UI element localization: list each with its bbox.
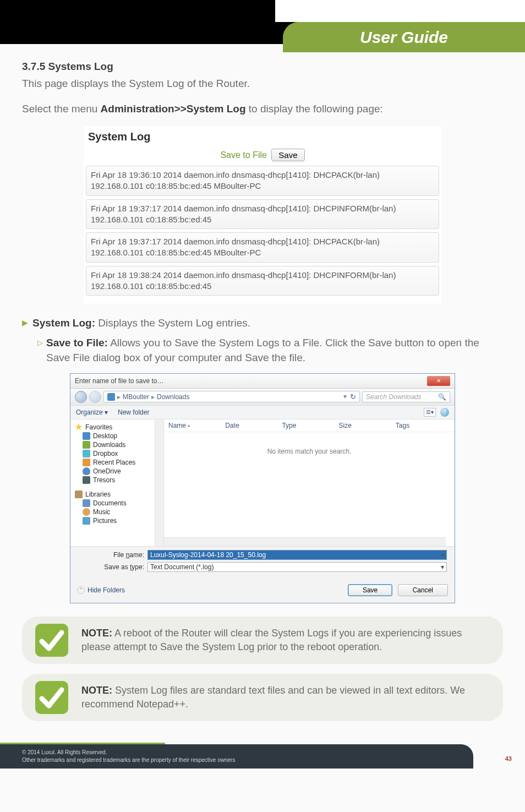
back-button[interactable] <box>75 391 87 403</box>
bullet-main-label: System Log: <box>32 317 95 329</box>
column-name[interactable]: Name▴ <box>168 422 223 429</box>
sidebar-label: Downloads <box>93 441 125 449</box>
sidebar-item-music[interactable]: Music <box>73 508 161 516</box>
forward-button[interactable] <box>89 391 101 403</box>
sidebar-item-recent[interactable]: Recent Places <box>73 458 161 467</box>
filename-row: File name: Luxul-Syslog-2014-04-18 20_15… <box>101 550 447 560</box>
header-white-strip <box>250 0 525 22</box>
dialog-fields: File name: Luxul-Syslog-2014-04-18 20_15… <box>70 546 455 580</box>
dialog-save-button[interactable]: Save <box>348 584 392 596</box>
filename-input[interactable]: Luxul-Syslog-2014-04-18 20_15_50.log▾ <box>147 550 447 560</box>
log-entry: Fri Apr 18 19:37:17 2014 daemon.info dns… <box>86 199 439 230</box>
libraries-icon <box>75 491 83 498</box>
sidebar-item-favorites[interactable]: Favorites <box>73 423 161 432</box>
search-input[interactable]: Search Downloads 🔍 <box>362 391 450 402</box>
column-label: Size <box>339 422 352 429</box>
dialog-sidebar: Favorites Desktop Downloads Dropbox Rece… <box>70 419 164 546</box>
dialog-title: Enter name of file to save to… <box>75 377 163 385</box>
dialog-bottom: ˄ Hide Folders Save Cancel <box>70 580 455 603</box>
select-pre: Select the menu <box>22 103 101 115</box>
view-options-icon[interactable]: ☰▾ <box>424 408 436 417</box>
dropdown-icon[interactable]: ▾ <box>441 563 444 571</box>
hide-folders-toggle[interactable]: ˄ Hide Folders <box>77 586 125 594</box>
page-header: User Guide <box>0 0 525 44</box>
star-icon <box>75 423 83 431</box>
sidebar-item-dropbox[interactable]: Dropbox <box>73 449 161 458</box>
breadcrumb[interactable]: ▸ MBoulter ▸ Downloads ▾ ↻ <box>103 391 360 402</box>
filetype-row: Save as type: Text Document (*.log)▾ <box>101 562 447 572</box>
sidebar-label: Recent Places <box>93 459 135 466</box>
close-icon[interactable] <box>427 376 450 386</box>
save-dialog: Enter name of file to save to… ▸ MBoulte… <box>70 373 455 603</box>
column-label: Date <box>225 422 239 429</box>
dialog-titlebar: Enter name of file to save to… <box>70 374 455 389</box>
onedrive-icon <box>83 467 90 475</box>
log-entry: Fri Apr 18 19:38:24 2014 daemon.info dns… <box>86 266 439 296</box>
refresh-icon[interactable]: ↻ <box>350 393 356 401</box>
hide-folders-label: Hide Folders <box>88 586 125 594</box>
sidebar-item-tresors[interactable]: Tresors <box>73 476 161 484</box>
sidebar-item-onedrive[interactable]: OneDrive <box>73 467 161 476</box>
empty-message: No items match your search. <box>164 448 455 455</box>
downloads-icon <box>83 441 90 449</box>
note-box: NOTE: A reboot of the Router will clear … <box>22 617 503 664</box>
note-text: NOTE: A reboot of the Router will clear … <box>81 626 486 654</box>
desktop-icon <box>83 432 90 440</box>
dialog-cancel-button[interactable]: Cancel <box>398 584 448 596</box>
search-icon: 🔍 <box>438 393 446 401</box>
tresors-icon <box>83 476 90 484</box>
sidebar-label: Dropbox <box>93 450 118 457</box>
bullet-main-desc: Displays the System Log entries. <box>95 317 250 329</box>
sidebar-label: OneDrive <box>93 467 121 475</box>
sidebar-item-pictures[interactable]: Pictures <box>73 516 161 525</box>
sidebar-label: Tresors <box>93 476 115 484</box>
column-tags[interactable]: Tags <box>396 422 450 429</box>
checkmark-icon <box>34 623 69 658</box>
sidebar-item-desktop[interactable]: Desktop <box>73 432 161 440</box>
bullet-main-text: System Log: Displays the System Log entr… <box>32 315 250 331</box>
system-log-panel: System Log Save to File Save Fri Apr 18 … <box>84 126 441 303</box>
sidebar-item-documents[interactable]: Documents <box>73 499 161 508</box>
header-black-curve <box>0 0 275 44</box>
main-scrollbar[interactable] <box>164 537 446 546</box>
filetype-label: Save as type: <box>101 563 144 571</box>
note-box: NOTE: System Log files are standard text… <box>22 674 503 721</box>
page-footer: © 2014 Luxul. All Rights Reserved. Other… <box>0 741 525 769</box>
history-dropdown-icon[interactable]: ▾ <box>343 393 347 401</box>
filetype-select[interactable]: Text Document (*.log)▾ <box>147 562 447 572</box>
column-headers: Name▴ Date Type Size Tags <box>164 419 455 432</box>
organize-menu[interactable]: Organize ▾ <box>76 408 108 416</box>
page-number: 43 <box>505 755 512 762</box>
footer-bar: © 2014 Luxul. All Rights Reserved. Other… <box>0 744 473 769</box>
system-log-save-row: Save to File Save <box>86 149 439 161</box>
sidebar-scrollbar[interactable] <box>155 419 163 546</box>
bullet-section: ▶ System Log: Displays the System Log en… <box>22 315 503 366</box>
note-label: NOTE: <box>81 685 112 696</box>
log-entry: Fri Apr 18 19:37:17 2014 daemon.info dns… <box>86 232 439 263</box>
dropdown-icon[interactable]: ▾ <box>441 551 444 559</box>
header-green-tab: User Guide <box>283 22 525 52</box>
save-to-file-label: Save to File <box>220 150 266 160</box>
new-folder-button[interactable]: New folder <box>118 408 149 416</box>
note-body: A reboot of the Router will clear the Sy… <box>81 628 462 652</box>
filetype-value: Text Document (*.log) <box>150 563 214 571</box>
sidebar-item-downloads[interactable]: Downloads <box>73 440 161 449</box>
recent-icon <box>83 459 90 466</box>
column-size[interactable]: Size <box>339 422 393 429</box>
bullet-sub-arrow-icon: ▷ <box>37 339 43 347</box>
chevron-right-icon: ▸ <box>151 393 155 401</box>
sidebar-label: Favorites <box>85 423 112 431</box>
help-icon[interactable]: ? <box>440 408 449 417</box>
breadcrumb-folder: Downloads <box>157 393 189 401</box>
music-icon <box>83 508 90 516</box>
sidebar-item-libraries[interactable]: Libraries <box>73 490 161 499</box>
page-content: 3.7.5 Systems Log This page displays the… <box>0 44 525 721</box>
column-type[interactable]: Type <box>282 422 336 429</box>
log-entry: Fri Apr 18 19:36:10 2014 daemon.info dns… <box>86 166 439 196</box>
chevron-up-icon: ˄ <box>77 586 85 594</box>
save-button[interactable]: Save <box>271 149 304 161</box>
search-placeholder: Search Downloads <box>366 393 422 401</box>
sidebar-label: Music <box>93 508 110 516</box>
column-date[interactable]: Date <box>225 422 280 429</box>
select-menu-paragraph: Select the menu Administration>>System L… <box>22 101 503 117</box>
